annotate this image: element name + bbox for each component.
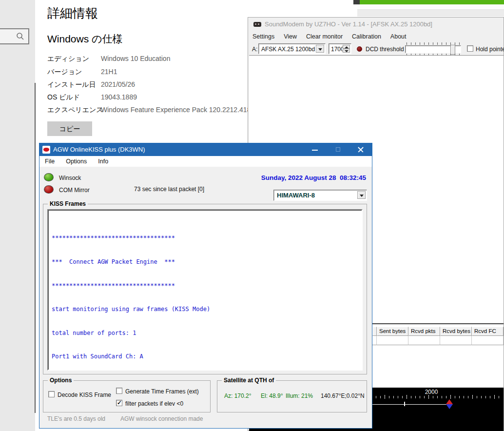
kiss-frames-label: KISS Frames [48,200,88,207]
spin-up-icon[interactable] [343,45,350,49]
log-line: *********************************** [52,234,210,242]
table-header-rcvd-fc[interactable]: Rcvd FC [472,327,504,336]
settings-search-input[interactable] [0,28,29,44]
com-mirror-led-icon [44,185,54,194]
soundmodem-menubar: Settings View Clear monitor Calibration … [248,31,504,42]
satellite-qth-group: Satellite at QTH of Az: 170.2° El: 48.9°… [217,380,367,412]
soundmodem-icon [253,22,261,27]
minimize-icon [312,150,318,151]
menu-options[interactable]: Options [66,158,87,165]
soundmodem-toolbar: A: AFSK AX.25 1200bd 1700 DCD threshold … [248,42,504,56]
com-mirror-label: COM Mirror [59,187,90,194]
onlinekiss-titlebar[interactable]: AGW OnlineKISS plus (DK3WN) [39,143,372,156]
table-header-rcvd-bytes[interactable]: Rcvd bytes [440,327,472,336]
elevation-value: El: 48.9° [261,392,283,399]
close-button[interactable] [349,143,372,156]
log-line: total number of ports: 1 [52,329,210,337]
onlinekiss-client: Winsock COM Mirror 73 sec since last pac… [39,167,372,428]
section-title: Windows の仕様 [47,32,123,46]
table-header-rcvd-pkts[interactable]: Rcvd pkts [408,327,440,336]
tuning-marker-up-icon[interactable] [446,399,453,404]
spec-label: バージョン [47,68,82,77]
kiss-log-lines: *********************************** *** … [52,218,210,376]
hold-pointers-checkbox[interactable] [467,45,473,52]
chevron-down-icon [318,48,322,51]
soundmodem-title: SoundModem by UZ7HO - Ver 1.14 - [AFSK A… [265,20,432,28]
tuning-marker-down-icon[interactable] [446,404,453,409]
copy-button[interactable]: コピー [47,121,92,136]
settings-nav-pane [0,0,35,431]
waterfall-scale-label: 2000 [421,389,442,395]
hold-pointers-label: Hold pointers [476,46,504,53]
menu-settings[interactable]: Settings [252,33,274,40]
winsock-label: Winsock [59,175,81,181]
options-group: Options Decode KISS Frame Generate Time … [43,380,211,412]
kiss-frames-group: KISS Frames ****************************… [43,204,367,374]
log-line: *** Connect AGW Packet Engine *** [52,258,210,266]
satellite-select[interactable]: HIMAWARI-8 [273,190,367,201]
dcd-threshold-slider[interactable] [405,45,461,53]
dropdown-button[interactable] [357,191,366,199]
slider-thumb[interactable] [450,45,455,55]
qth-coordinates: 140.67°E;0.02°N [321,392,365,399]
dcd-threshold-label: DCD threshold [366,46,404,53]
agw-connection-status: AGW winsock connection made [120,415,203,422]
spec-value: 21H1 [101,68,117,76]
center-freq-stepper[interactable]: 1700 [329,43,351,54]
kiss-frames-log[interactable]: *********************************** *** … [47,209,363,371]
log-line: Port1 with SoundCard Ch: A [52,353,210,360]
channel-label: A: [252,46,257,53]
waterfall-small-tick [404,402,405,406]
menu-info[interactable]: Info [98,158,108,165]
spin-down-icon[interactable] [343,49,350,53]
minimize-button[interactable] [304,143,326,156]
maximize-button[interactable] [327,143,349,156]
chevron-down-icon [360,195,364,197]
dcd-led-icon [357,46,362,52]
tle-age-status: TLE's are 0.5 days old [47,415,105,422]
menu-calibration[interactable]: Calibration [352,33,381,40]
generate-time-frames-checkbox[interactable] [116,388,122,394]
onlinekiss-menubar: File Options Info [39,156,372,167]
satellite-selected-value: HIMAWARI-8 [277,192,315,199]
onlinekiss-app-icon [42,146,50,154]
table-cell [372,336,377,345]
table-header-sliver [372,327,377,336]
spec-label: エクスペリエンス [47,106,103,115]
green-progress-bar [360,0,504,4]
log-line: *********************************** [52,282,210,290]
filter-packets-label: filter packets if elev <0 [125,400,183,407]
last-packet-status: 73 sec since last packet [0] [134,186,204,193]
generate-time-frames-label: Generate Time Frames (ext) [125,388,199,395]
background-window-strip [357,4,504,10]
menu-file[interactable]: File [45,158,55,165]
azimuth-value: Az: 170.2° [224,392,252,399]
spec-label: エディション [47,55,89,63]
search-icon [16,32,24,41]
dropdown-button[interactable] [316,45,324,53]
menu-about[interactable]: About [390,33,407,40]
table-top-divider [371,323,504,324]
winsock-led-icon [44,173,54,181]
soundmodem-titlebar[interactable]: SoundModem by UZ7HO - Ver 1.14 - [AFSK A… [248,18,504,31]
table-header-sent-bytes[interactable]: Sent bytes [377,327,408,336]
filter-packets-checkbox[interactable] [116,400,122,406]
spec-label: インストール日 [47,80,96,89]
onlinekiss-title: AGW OnlineKISS plus (DK3WN) [53,146,145,153]
menu-clear-monitor[interactable]: Clear monitor [306,33,343,40]
table-cell [440,336,472,345]
nav-scrollbar[interactable] [35,83,36,413]
maximize-icon [336,147,340,152]
menu-view[interactable]: View [284,33,297,40]
spec-label: OS ビルド [47,93,80,102]
datetime-display: Sunday, 2022 August 28 08:32:45 [261,174,366,181]
mode-select[interactable]: AFSK AX.25 1200bd [258,43,326,54]
satellite-qth-label: Satellite at QTH of [222,377,276,384]
center-freq-value: 1700 [331,46,344,53]
spec-value: 2021/05/26 [101,80,135,88]
spec-value: 19043.1889 [101,93,137,101]
decode-kiss-frame-checkbox[interactable] [48,391,55,397]
onlinekiss-window: AGW OnlineKISS plus (DK3WN) File Options… [39,143,372,429]
decode-kiss-frame-label: Decode KISS Frame [58,392,111,398]
log-line: start monitoring using raw frames (KISS … [52,305,210,313]
